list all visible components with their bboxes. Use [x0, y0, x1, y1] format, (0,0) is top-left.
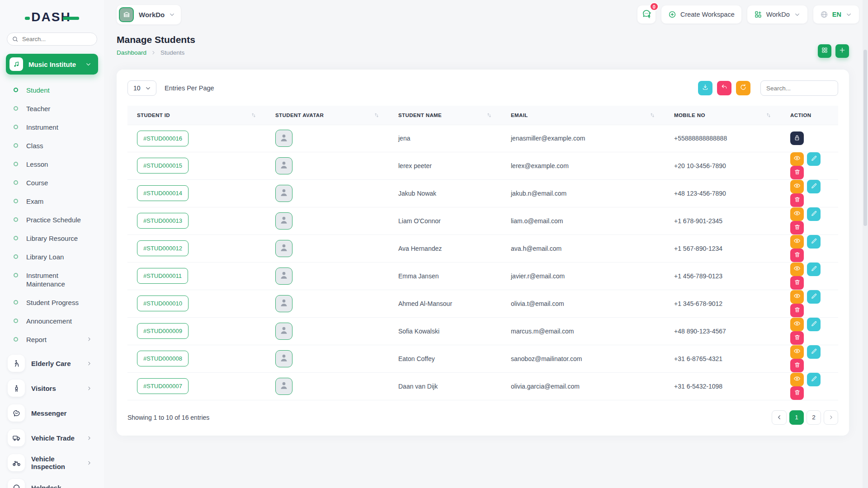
edit-button[interactable]	[807, 207, 821, 221]
edit-button[interactable]	[807, 180, 821, 193]
sidebar-search-input[interactable]	[7, 33, 97, 46]
lock-action-button[interactable]	[790, 131, 804, 145]
column-header-mobile-no[interactable]: MOBILE NO	[665, 106, 781, 125]
sidebar-item-report[interactable]: Report	[0, 330, 104, 349]
student-mobile: +1 345-678-9012	[665, 290, 781, 317]
edit-button[interactable]	[807, 345, 821, 359]
sort-icon[interactable]	[250, 112, 257, 118]
sidebar-item-class[interactable]: Class	[0, 136, 104, 155]
grid-view-button[interactable]	[818, 44, 831, 58]
delete-button[interactable]	[790, 359, 804, 372]
sidebar-item-instrument[interactable]: Instrument	[0, 118, 104, 136]
delete-button[interactable]	[790, 331, 804, 345]
app-logo[interactable]: DASH	[0, 9, 104, 25]
delete-button[interactable]	[790, 193, 804, 207]
delete-button[interactable]	[790, 386, 804, 400]
refresh-button[interactable]	[736, 81, 750, 95]
scrollbar-thumb[interactable]	[863, 50, 867, 226]
sidebar-item-teacher[interactable]: Teacher	[0, 99, 104, 118]
sidebar-item-library-resource[interactable]: Library Resource	[0, 229, 104, 248]
student-avatar	[275, 350, 292, 367]
view-button[interactable]	[790, 318, 804, 331]
table-search-input[interactable]	[760, 80, 838, 96]
sidebar-item-lesson[interactable]: Lesson	[0, 155, 104, 174]
delete-button[interactable]	[790, 276, 804, 290]
sidebar-item-elderly-care[interactable]: Elderly Care	[0, 352, 104, 375]
student-avatar	[275, 240, 292, 257]
sort-icon[interactable]	[486, 112, 492, 118]
sidebar-item-announcement[interactable]: Announcement	[0, 312, 104, 330]
trash-icon	[794, 279, 801, 287]
student-avatar	[275, 378, 292, 395]
table-row: #STUD000009Sofia Kowalskimarcus.m@email.…	[127, 317, 838, 345]
breadcrumb: Dashboard Students	[117, 49, 195, 56]
column-header-student-avatar[interactable]: STUDENT AVATAR	[266, 106, 389, 125]
export-download-button[interactable]	[698, 81, 712, 95]
pagination-next[interactable]	[824, 410, 838, 425]
workdo-app-menu[interactable]: WorkDo	[747, 5, 807, 23]
sidebar-item-instrument-maintenance[interactable]: Instrument Maintenance	[0, 266, 104, 293]
view-button[interactable]	[790, 207, 804, 221]
create-workspace-button[interactable]: Create Workspace	[661, 5, 741, 23]
view-button[interactable]	[790, 235, 804, 249]
scrollbar[interactable]	[863, 0, 868, 488]
sidebar-item-practice-schedule[interactable]: Practice Schedule	[0, 211, 104, 229]
circle-icon	[14, 125, 18, 129]
sidebar-item-messenger[interactable]: Messenger	[0, 402, 104, 424]
sidebar-item-label: Vehicle Inspection	[31, 455, 86, 470]
sidebar-group-music-institute[interactable]: Music Institute	[6, 54, 98, 75]
pagination-page-1[interactable]: 1	[789, 410, 804, 425]
sidebar-item-label: Student Progress	[26, 298, 92, 307]
view-button[interactable]	[790, 345, 804, 359]
top-bar: WorkDo 0 Create Workspace WorkDo EN	[104, 0, 868, 23]
delete-button[interactable]	[790, 249, 804, 262]
pagination-page-2[interactable]: 2	[807, 410, 821, 425]
sort-icon[interactable]	[765, 112, 772, 118]
delete-button[interactable]	[790, 221, 804, 235]
student-id-badge: #STUD000014	[137, 185, 189, 201]
trash-icon	[794, 224, 801, 232]
pagination-prev[interactable]	[772, 410, 787, 425]
view-button[interactable]	[790, 373, 804, 386]
breadcrumb-dashboard-link[interactable]: Dashboard	[117, 49, 146, 56]
sidebar-item-helpdesk[interactable]: Helpdesk	[0, 476, 104, 488]
workspace-switcher[interactable]: WorkDo	[117, 5, 181, 24]
view-button[interactable]	[790, 180, 804, 193]
edit-button[interactable]	[807, 235, 821, 249]
sidebar-item-exam[interactable]: Exam	[0, 192, 104, 211]
sort-icon[interactable]	[649, 112, 656, 118]
delete-button[interactable]	[790, 166, 804, 179]
view-button[interactable]	[790, 290, 804, 304]
entries-per-page-label: Entries Per Page	[165, 84, 214, 92]
student-email: olivia.garcia@email.com	[501, 372, 665, 400]
column-header-student-id[interactable]: STUDENT ID	[127, 106, 266, 125]
column-header-student-name[interactable]: STUDENT NAME	[389, 106, 501, 125]
edit-button[interactable]	[807, 290, 821, 304]
edit-button[interactable]	[807, 318, 821, 331]
sidebar-item-visitors[interactable]: Visitors	[0, 377, 104, 399]
edit-button[interactable]	[807, 152, 821, 166]
sidebar-item-student[interactable]: Student	[0, 81, 104, 99]
sidebar-item-course[interactable]: Course	[0, 174, 104, 192]
entries-per-page-select[interactable]: 10	[127, 80, 156, 96]
sort-icon[interactable]	[373, 112, 380, 118]
sidebar-item-library-loan[interactable]: Library Loan	[0, 248, 104, 266]
edit-button[interactable]	[807, 263, 821, 276]
trash-icon	[794, 251, 801, 259]
messenger-button[interactable]: 0	[637, 5, 656, 23]
edit-button[interactable]	[807, 373, 821, 386]
sidebar-item-student-progress[interactable]: Student Progress	[0, 293, 104, 312]
view-button[interactable]	[790, 152, 804, 166]
language-selector[interactable]: EN	[813, 5, 859, 23]
view-button[interactable]	[790, 263, 804, 276]
reset-button[interactable]	[717, 81, 731, 95]
delete-button[interactable]	[790, 304, 804, 317]
person-icon	[279, 325, 289, 337]
column-header-email[interactable]: EMAIL	[501, 106, 665, 125]
student-mobile: +31 6-8765-4321	[665, 345, 781, 372]
add-student-button[interactable]	[835, 44, 849, 58]
add-icon	[839, 47, 846, 56]
sidebar-item-label: Teacher	[26, 104, 92, 113]
sidebar-item-vehicle-trade[interactable]: Vehicle Trade	[0, 427, 104, 449]
sidebar-item-vehicle-inspection[interactable]: Vehicle Inspection	[0, 451, 104, 474]
